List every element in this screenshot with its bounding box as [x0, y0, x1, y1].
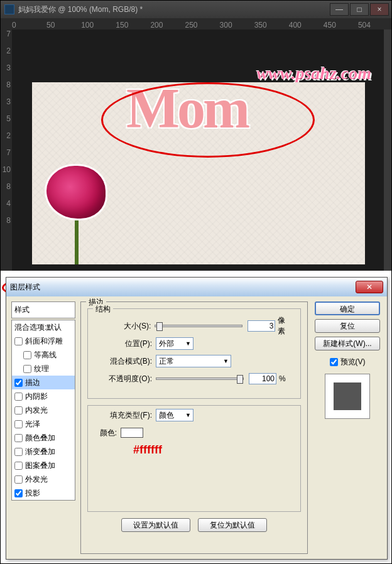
- size-label: 大小(S):: [95, 321, 151, 332]
- right-button-column: 确定 复位 新建样式(W)... 预览(V): [313, 301, 382, 554]
- settings-panel: 描边 结构 大小(S): 像素 位置(P): 外部 混合模式(B): 正常: [80, 301, 308, 554]
- fill-fieldset: 填充类型(F): 颜色 颜色: #ffffff: [87, 405, 301, 512]
- watermark-text: www.psahz.com: [256, 63, 371, 84]
- opacity-slider-thumb[interactable]: [237, 375, 243, 384]
- size-slider-thumb[interactable]: [156, 322, 163, 331]
- filltype-label: 填充类型(F):: [95, 410, 152, 421]
- opacity-label: 不透明度(O):: [95, 374, 152, 384]
- reset-default-button[interactable]: 复位为默认值: [198, 518, 267, 532]
- mom-text-layer[interactable]: Mom: [126, 76, 248, 141]
- size-input[interactable]: [248, 320, 275, 332]
- minimize-button[interactable]: —: [330, 3, 349, 16]
- dialog-close-button[interactable]: ✕: [356, 281, 383, 293]
- size-slider[interactable]: [155, 325, 242, 327]
- style-outer-glow[interactable]: 外发光: [12, 472, 75, 486]
- style-satin-check[interactable]: [14, 420, 23, 428]
- style-satin[interactable]: 光泽: [12, 417, 75, 431]
- ruler-horizontal: 050100150200250300350400450504: [1, 18, 392, 30]
- style-pattern-overlay-check[interactable]: [14, 462, 23, 470]
- structure-legend: 结构: [93, 304, 113, 315]
- preview-box: [325, 374, 370, 419]
- style-texture[interactable]: 纹理: [12, 362, 75, 376]
- maximize-button[interactable]: □: [350, 3, 369, 16]
- blend-label: 混合模式(B):: [95, 356, 152, 367]
- style-contour[interactable]: 等高线: [12, 348, 75, 362]
- color-swatch[interactable]: [121, 428, 143, 438]
- opacity-input[interactable]: [249, 373, 276, 384]
- style-outer-glow-check[interactable]: [14, 475, 23, 484]
- color-hex-annotation: #ffffff: [133, 443, 293, 457]
- opacity-slider[interactable]: [156, 377, 244, 380]
- close-button[interactable]: ×: [370, 3, 389, 16]
- cancel-button[interactable]: 复位: [315, 319, 380, 333]
- style-drop-shadow[interactable]: 投影: [12, 486, 75, 500]
- style-stroke-check[interactable]: [14, 379, 23, 387]
- styles-list: 混合选项:默认 斜面和浮雕 等高线 纹理 描边 内阴影 内发光 光泽 颜色叠加 …: [11, 320, 75, 501]
- new-style-button[interactable]: 新建样式(W)...: [315, 337, 380, 350]
- style-inner-glow[interactable]: 内发光: [12, 403, 75, 417]
- ps-app-icon: [4, 4, 14, 14]
- flower-layer[interactable]: [45, 164, 120, 264]
- layer-style-dialog: 图层样式 ✕ 样式 混合选项:默认 斜面和浮雕 等高线 纹理 描边 内阴影 内发…: [6, 277, 388, 560]
- ps-titlebar: 妈妈我爱你 @ 100% (Mom, RGB/8) * — □ ×: [1, 1, 392, 18]
- canvas-area[interactable]: www.psahz.com Mom: [12, 30, 384, 271]
- style-bevel-check[interactable]: [14, 337, 23, 345]
- style-inner-glow-check[interactable]: [14, 406, 23, 415]
- blend-dropdown[interactable]: 正常: [156, 355, 231, 367]
- styles-column: 样式 混合选项:默认 斜面和浮雕 等高线 纹理 描边 内阴影 内发光 光泽 颜色…: [11, 301, 75, 554]
- ok-button[interactable]: 确定: [315, 301, 380, 315]
- ruler-vertical: 7238352710848: [1, 30, 12, 271]
- document-title: 妈妈我爱你 @ 100% (Mom, RGB/8) *: [18, 4, 329, 15]
- structure-fieldset: 结构 大小(S): 像素 位置(P): 外部 混合模式(B): 正常 不透明度(…: [87, 308, 301, 399]
- blend-options-default[interactable]: 混合选项:默认: [12, 320, 75, 334]
- size-unit: 像素: [278, 315, 293, 337]
- position-dropdown[interactable]: 外部: [156, 337, 193, 350]
- flower-head: [45, 164, 107, 220]
- flower-stem: [75, 220, 79, 264]
- style-pattern-overlay[interactable]: 图案叠加: [12, 458, 75, 472]
- style-bevel[interactable]: 斜面和浮雕: [12, 334, 75, 348]
- style-color-overlay-check[interactable]: [14, 434, 23, 442]
- preview-label: 预览(V): [340, 357, 366, 367]
- filltype-dropdown[interactable]: 颜色: [156, 409, 193, 421]
- canvas[interactable]: Mom: [32, 82, 365, 264]
- color-label: 颜色:: [95, 428, 117, 438]
- dialog-title: 图层样式: [10, 282, 356, 293]
- position-label: 位置(P):: [95, 339, 152, 349]
- styles-header[interactable]: 样式: [11, 301, 75, 318]
- style-inner-shadow[interactable]: 内阴影: [12, 389, 75, 403]
- style-gradient-overlay-check[interactable]: [14, 448, 23, 456]
- style-gradient-overlay[interactable]: 渐变叠加: [12, 445, 75, 458]
- dialog-titlebar[interactable]: 图层样式 ✕: [6, 278, 387, 296]
- style-texture-check[interactable]: [23, 365, 31, 373]
- style-drop-shadow-check[interactable]: [14, 489, 23, 497]
- style-inner-shadow-check[interactable]: [14, 393, 23, 401]
- style-color-overlay[interactable]: 颜色叠加: [12, 431, 75, 445]
- preview-swatch: [334, 382, 361, 410]
- style-contour-check[interactable]: [23, 351, 31, 359]
- preview-checkbox[interactable]: [330, 358, 338, 366]
- photoshop-window: 妈妈我爱你 @ 100% (Mom, RGB/8) * — □ × 050100…: [1, 1, 392, 271]
- opacity-unit: %: [279, 374, 286, 383]
- style-stroke[interactable]: 描边: [12, 376, 75, 389]
- set-default-button[interactable]: 设置为默认值: [121, 518, 190, 532]
